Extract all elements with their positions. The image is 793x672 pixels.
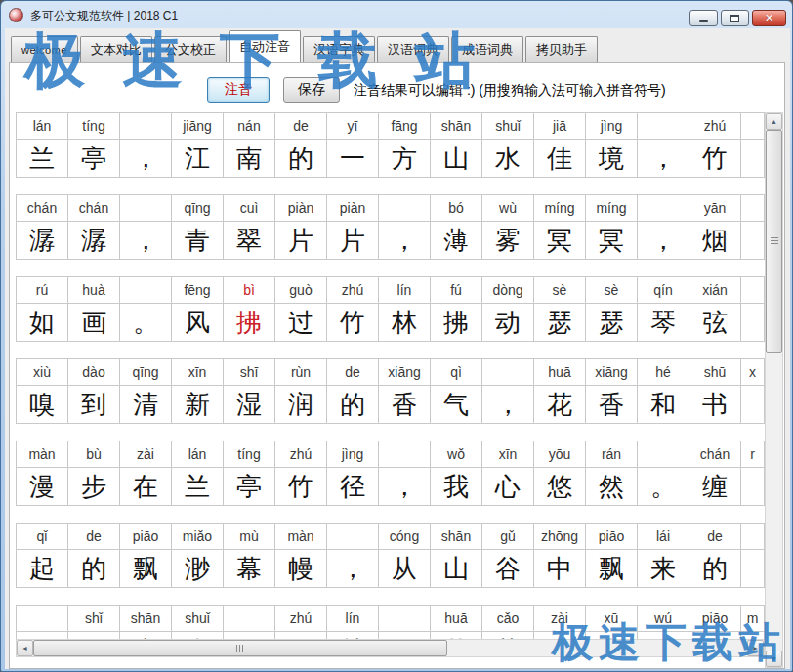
char-cell[interactable]: 谷 <box>481 549 534 588</box>
char-cell[interactable]: ， <box>326 549 379 588</box>
pinyin-cell[interactable] <box>16 605 68 632</box>
tab-拷贝助手[interactable]: 拷贝助手 <box>525 36 598 62</box>
char-cell[interactable]: 步 <box>67 467 120 506</box>
maximize-button[interactable] <box>721 10 749 26</box>
pinyin-cell[interactable]: wú <box>637 605 689 632</box>
char-cell[interactable] <box>740 139 765 178</box>
char-cell[interactable]: 的 <box>274 139 327 178</box>
char-cell[interactable]: ， <box>481 385 534 424</box>
vertical-scroll-thumb[interactable] <box>766 130 782 353</box>
char-cell[interactable]: 飘 <box>689 631 741 639</box>
char-cell[interactable]: ， <box>119 139 172 178</box>
pinyin-cell[interactable]: lín <box>378 276 431 304</box>
pinyin-cell[interactable]: sè <box>585 276 638 304</box>
char-cell[interactable] <box>740 549 765 588</box>
pinyin-cell[interactable]: jìng <box>326 441 379 468</box>
pinyin-cell[interactable]: míng <box>533 194 586 222</box>
pinyin-cell[interactable]: r <box>740 441 765 468</box>
char-cell[interactable]: 来 <box>637 549 689 588</box>
pinyin-cell[interactable]: míng <box>585 194 638 222</box>
pinyin-cell[interactable]: bù <box>67 441 120 468</box>
char-cell[interactable]: 花 <box>430 631 482 639</box>
char-cell[interactable]: 新 <box>171 385 224 424</box>
pinyin-cell[interactable]: piāo <box>119 523 172 550</box>
char-cell[interactable]: 使 <box>67 631 120 639</box>
char-cell[interactable]: 飘 <box>585 549 638 588</box>
char-cell[interactable]: 冥 <box>533 221 586 260</box>
char-cell[interactable]: 飘 <box>119 549 172 588</box>
pinyin-cell[interactable]: chán <box>16 194 68 222</box>
pinyin-cell[interactable]: shuǐ <box>481 112 534 140</box>
pinyin-cell[interactable]: hé <box>637 358 689 386</box>
pinyin-cell[interactable] <box>740 194 765 222</box>
pinyin-cell[interactable]: qì <box>430 358 482 386</box>
char-cell[interactable]: 我 <box>430 467 482 506</box>
char-cell[interactable]: 水 <box>481 139 534 178</box>
pinyin-cell[interactable]: cóng <box>378 523 431 550</box>
char-cell[interactable]: 薄 <box>430 221 482 260</box>
tab-汉语字典[interactable]: 汉语字典 <box>303 36 375 62</box>
pinyin-cell[interactable]: xián <box>689 276 741 304</box>
pinyin-cell[interactable] <box>740 523 765 550</box>
pinyin-cell[interactable]: yī <box>326 112 379 140</box>
pinyin-cell[interactable]: de <box>326 358 379 386</box>
char-cell[interactable]: 瑟 <box>585 303 638 342</box>
char-cell[interactable]: ， <box>119 221 172 260</box>
char-cell[interactable] <box>740 467 765 506</box>
char-cell[interactable] <box>223 631 275 639</box>
char-cell[interactable]: 兰 <box>171 467 224 506</box>
pinyin-cell[interactable] <box>740 112 765 140</box>
pinyin-cell[interactable]: xīn <box>481 441 534 468</box>
pinyin-cell[interactable]: zhōng <box>533 523 586 550</box>
char-cell[interactable] <box>740 221 765 260</box>
char-cell[interactable]: 渺 <box>171 549 224 588</box>
char-cell[interactable]: 竹 <box>689 139 741 178</box>
pinyin-cell[interactable]: zài <box>119 441 172 468</box>
pinyin-cell[interactable]: qín <box>637 276 689 304</box>
char-cell[interactable]: 弦 <box>689 303 741 342</box>
char-cell[interactable]: 书 <box>689 385 741 424</box>
pinyin-cell[interactable]: x <box>740 358 765 386</box>
save-button[interactable]: 保存 <box>283 77 340 103</box>
char-cell[interactable]: 到 <box>67 385 120 424</box>
pinyin-cell[interactable]: piàn <box>326 194 379 222</box>
pinyin-cell[interactable]: piàn <box>274 194 327 222</box>
char-cell[interactable]: 兰 <box>16 139 68 178</box>
char-cell[interactable]: 亭 <box>67 139 120 178</box>
char-cell[interactable]: ， <box>378 221 431 260</box>
char-cell[interactable]: 冥 <box>585 221 638 260</box>
char-cell[interactable]: 拂 <box>430 303 482 342</box>
char-cell[interactable]: 香 <box>585 385 638 424</box>
minimize-button[interactable] <box>689 10 718 26</box>
char-cell[interactable]: 竹 <box>274 467 327 506</box>
char-cell[interactable]: 瑟 <box>533 303 586 342</box>
char-cell[interactable]: 雾 <box>481 221 534 260</box>
pinyin-cell[interactable]: m <box>740 605 765 632</box>
pinyin-cell[interactable]: chán <box>67 194 120 222</box>
pinyin-cell[interactable]: màn <box>16 441 68 468</box>
pinyin-cell[interactable]: zhú <box>274 441 327 468</box>
pinyin-cell[interactable]: rùn <box>274 358 327 386</box>
char-cell[interactable] <box>740 303 765 342</box>
pinyin-cell[interactable]: xiāng <box>378 358 431 386</box>
pinyin-cell[interactable] <box>119 112 172 140</box>
pinyin-cell[interactable]: guò <box>274 276 327 304</box>
pinyin-cell[interactable]: lán <box>16 112 68 140</box>
char-cell[interactable]: 从 <box>378 549 431 588</box>
char-cell[interactable]: 江 <box>171 139 224 178</box>
pinyin-cell[interactable]: jìng <box>585 112 638 140</box>
pinyin-cell[interactable]: lái <box>637 523 689 550</box>
pinyin-cell[interactable]: qīng <box>171 194 224 222</box>
char-cell[interactable]: 。 <box>637 467 689 506</box>
char-cell[interactable]: 润 <box>274 385 327 424</box>
pinyin-cell[interactable]: wǒ <box>430 441 482 468</box>
pinyin-cell[interactable]: màn <box>274 523 327 550</box>
char-cell[interactable]: 在 <box>119 467 172 506</box>
char-cell[interactable]: 虚 <box>585 631 638 639</box>
pinyin-cell[interactable] <box>637 441 689 468</box>
char-cell[interactable] <box>740 385 765 424</box>
char-cell[interactable]: 动 <box>481 303 534 342</box>
pinyin-cell[interactable]: yān <box>689 194 741 222</box>
char-cell[interactable]: 潺 <box>67 221 120 260</box>
tab-汉语词典[interactable]: 汉语词典 <box>377 36 449 62</box>
